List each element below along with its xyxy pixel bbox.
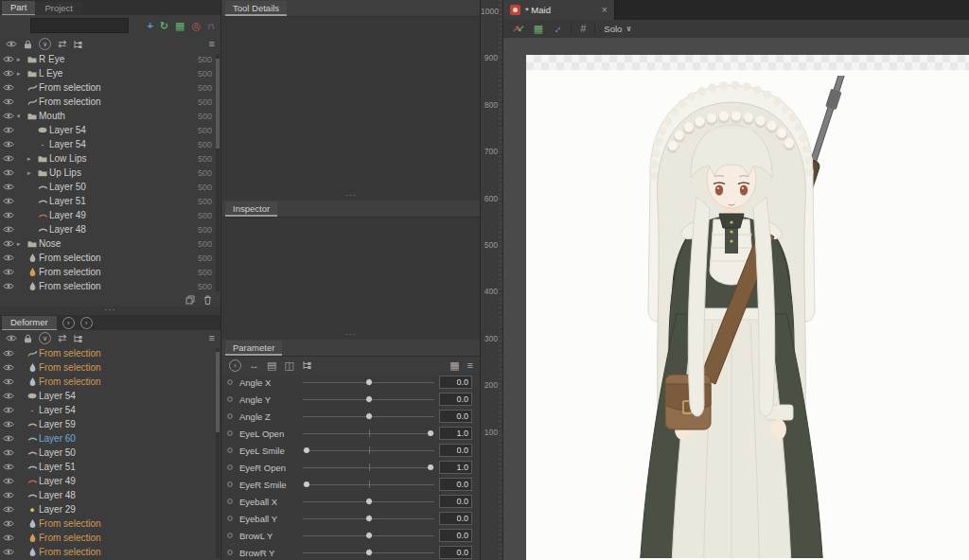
deformer-tree-row[interactable]: Layer 51 <box>0 460 220 474</box>
menu-icon[interactable]: ≡ <box>209 39 215 49</box>
visibility-eye-icon[interactable] <box>3 268 17 276</box>
part-tree-row[interactable]: ▸ Up Lips 500 <box>0 166 220 180</box>
panel-splitter[interactable]: ··· <box>0 306 220 315</box>
hierarchy-icon[interactable] <box>73 334 83 343</box>
expand-collapse-icon[interactable]: ∨ <box>39 332 51 344</box>
canvas-tab-maid[interactable]: * Maid × <box>503 0 615 20</box>
visibility-eye-icon[interactable] <box>3 183 17 191</box>
param-slider[interactable] <box>303 479 434 490</box>
slider-handle[interactable] <box>366 533 372 538</box>
deformer-tree-row[interactable]: Layer 49 <box>0 474 220 488</box>
param-value-box[interactable]: 0.0 <box>439 478 472 491</box>
slider-handle[interactable] <box>304 481 309 487</box>
lock-icon[interactable] <box>24 334 32 343</box>
visibility-eye-icon[interactable] <box>3 239 17 248</box>
deformer-tree-row[interactable]: Layer 54 <box>0 389 220 403</box>
visibility-eye-icon[interactable] <box>3 225 17 234</box>
visibility-eye-icon[interactable] <box>3 363 17 372</box>
param-value-box[interactable]: 0.0 <box>439 410 472 423</box>
magnet-tool-icon[interactable]: ∩ <box>207 21 215 31</box>
visibility-eye-icon[interactable] <box>3 477 17 485</box>
param-slider[interactable] <box>303 411 434 422</box>
keyform-toggle-icon[interactable] <box>227 413 235 419</box>
expander-icon[interactable]: ▸ <box>17 240 26 248</box>
keyform-toggle-icon[interactable] <box>227 550 235 555</box>
grid-toggle-icon[interactable]: # <box>580 24 586 34</box>
part-tree-row[interactable]: Layer 50 500 <box>0 180 220 194</box>
visibility-eye-icon[interactable] <box>3 83 17 92</box>
tab-inspector[interactable]: Inspector <box>225 201 277 217</box>
delete-trash-icon[interactable] <box>203 295 212 305</box>
part-tree-scrollbar[interactable] <box>216 54 220 291</box>
deformer-tree-row[interactable]: ● Layer 29 <box>0 502 220 516</box>
deformer-tree-row[interactable]: Layer 48 <box>0 488 220 502</box>
param-slider[interactable] <box>303 496 434 507</box>
menu-icon[interactable]: ≡ <box>209 333 215 343</box>
panel-splitter[interactable]: ··· <box>222 192 480 201</box>
split-view-icon[interactable]: ◫ <box>284 360 293 371</box>
param-slider[interactable] <box>303 376 434 388</box>
visibility-eye-icon[interactable] <box>3 282 17 290</box>
rows-icon[interactable]: ▤ <box>267 360 276 371</box>
expand-collapse-icon[interactable]: ∨ <box>39 38 51 50</box>
param-value-box[interactable]: 0.0 <box>439 376 472 389</box>
play-params-icon[interactable]: › <box>229 359 241 372</box>
part-tree-row[interactable]: ▾ Mouth 500 <box>0 109 220 123</box>
keyform-toggle-icon[interactable] <box>227 379 235 385</box>
keyform-toggle-icon[interactable] <box>227 499 235 504</box>
visibility-eye-icon[interactable] <box>3 97 17 106</box>
visibility-eye-icon[interactable] <box>6 334 17 342</box>
visibility-eye-icon[interactable] <box>3 211 17 219</box>
part-tree-row[interactable]: ▸ L Eye 500 <box>0 66 220 80</box>
visibility-eye-icon[interactable] <box>3 197 17 205</box>
expander-icon[interactable]: ▸ <box>27 155 36 163</box>
keyform-toggle-icon[interactable] <box>227 430 235 436</box>
param-value-box[interactable]: 0.0 <box>439 393 472 406</box>
slider-handle[interactable] <box>428 430 433 436</box>
visibility-eye-icon[interactable] <box>3 349 17 358</box>
deformer-tree-row[interactable]: From selection <box>0 545 220 559</box>
visibility-eye-icon[interactable] <box>3 534 17 542</box>
tab-part[interactable]: Part <box>2 1 35 15</box>
visibility-eye-icon[interactable] <box>3 448 17 457</box>
slider-handle[interactable] <box>304 447 309 453</box>
deformer-tree-row[interactable]: Layer 59 <box>0 417 220 431</box>
canvas-viewport[interactable] <box>503 38 969 560</box>
solo-dropdown[interactable]: Solo ∨ <box>604 24 632 34</box>
swap-order-icon[interactable]: ⇄ <box>58 333 66 343</box>
visibility-eye-icon[interactable] <box>3 168 17 177</box>
visibility-eye-icon[interactable] <box>3 69 17 78</box>
visibility-eye-icon[interactable] <box>3 548 17 556</box>
visibility-eye-icon[interactable] <box>3 463 17 471</box>
param-slider[interactable] <box>303 462 434 473</box>
visibility-eye-icon[interactable] <box>3 420 17 429</box>
part-tree-row[interactable]: Layer 51 500 <box>0 194 220 208</box>
duplicate-icon[interactable] <box>185 295 195 305</box>
mesh-grid-icon[interactable]: ▦ <box>534 24 543 34</box>
tab-deformer[interactable]: Deformer <box>2 316 57 330</box>
search-input[interactable] <box>30 18 129 33</box>
part-tree-row[interactable]: ▸ Low Lips 500 <box>0 151 220 166</box>
slider-handle[interactable] <box>366 396 372 402</box>
grid-tool-icon[interactable]: ▦ <box>175 21 185 31</box>
expander-icon[interactable]: ▸ <box>17 56 26 63</box>
deformer-tree-row[interactable]: From selection <box>0 516 220 531</box>
tab-tool-details[interactable]: Tool Details <box>225 1 287 16</box>
part-tree-row[interactable]: From selection 500 <box>0 265 220 279</box>
target-tool-icon[interactable]: ◎ <box>191 21 201 31</box>
keyform-toggle-icon[interactable] <box>227 516 235 521</box>
deformer-tree-row[interactable]: Layer 50 <box>0 446 220 460</box>
deformer-tree-row[interactable]: From selection <box>0 360 220 375</box>
hierarchy-icon[interactable] <box>73 40 83 49</box>
visibility-eye-icon[interactable] <box>3 491 17 499</box>
keyform-toggle-icon[interactable] <box>227 481 235 487</box>
part-tree-row[interactable]: From selection 500 <box>0 251 220 265</box>
next-deformer-icon[interactable]: › <box>80 317 93 329</box>
part-tree-row[interactable]: Layer 54 500 <box>0 123 220 137</box>
deformer-tree-row[interactable]: - Layer 54 <box>0 403 220 417</box>
deformer-tree-row[interactable]: From selection <box>0 346 220 360</box>
deformer-tree-row[interactable]: From selection <box>0 375 220 389</box>
tab-project[interactable]: Project <box>36 2 81 15</box>
param-value-box[interactable]: 1.0 <box>439 427 472 440</box>
key-link-icon[interactable] <box>302 360 312 370</box>
